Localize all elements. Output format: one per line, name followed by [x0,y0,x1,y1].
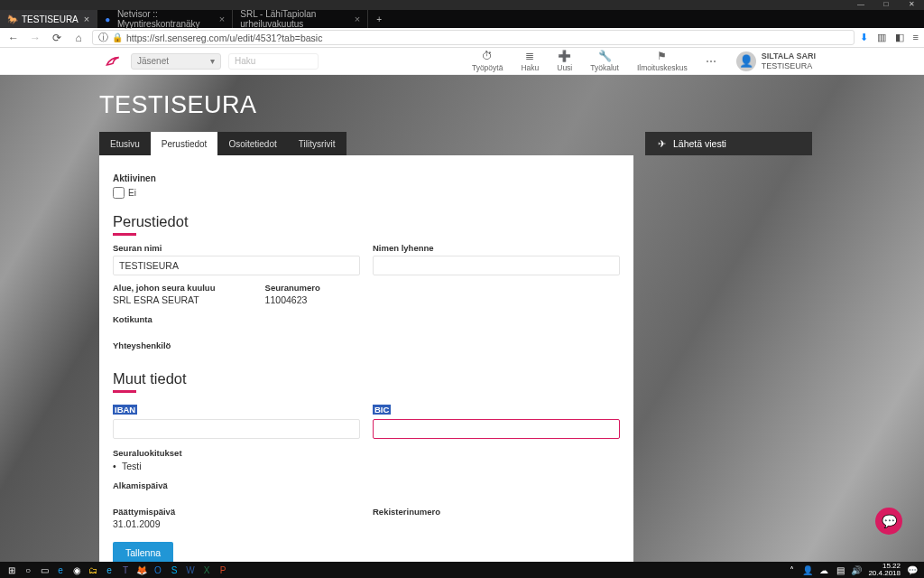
nav-label: Uusi [557,63,572,72]
clubno-label: Seuranumero [265,283,468,293]
contact-label: Yhteyshenkilö [113,340,620,350]
end-date-label: Päättymispäivä [113,507,360,517]
excel-icon[interactable]: X [199,564,215,576]
browser-tab[interactable]: SRL - LähiTapiolan urheiluvakuutus × [233,10,368,28]
page-tabs: Etusivu Perustiedot Osoitetiedot Tilitys… [99,132,346,155]
abbr-input[interactable] [373,256,620,275]
start-date-label: Alkamispäivä [113,480,620,490]
outlook-icon[interactable]: O [150,564,166,576]
action-center-icon[interactable]: 💬 [904,564,920,576]
bic-input[interactable] [373,419,620,439]
taskview-icon[interactable]: ▭ [36,564,52,576]
user-menu[interactable]: 👤 SILTALA SARI TESTISEURA [729,51,816,71]
nav-label: Ilmoituskeskus [637,63,688,72]
club-name-label: Seuran nimi [113,243,360,253]
library-icon[interactable]: ▥ [877,32,886,43]
close-icon[interactable]: × [84,14,89,24]
flag-icon: ⚑ [657,50,667,62]
nav-new[interactable]: ➕Uusi [551,50,578,72]
header-search-input[interactable]: Haku [228,53,319,70]
tray-people-icon[interactable]: 👤 [799,564,816,576]
members-dropdown[interactable]: Jäsenet ▾ [131,53,221,70]
firefox-icon[interactable]: 🦊 [134,564,150,576]
plus-icon: ➕ [558,50,571,62]
nav-tools[interactable]: 🔧Työkalut [585,50,624,72]
region-label: Alue, johon seura kuuluu [113,283,253,293]
tray-volume-icon[interactable]: 🔊 [848,564,864,576]
regno-label: Rekisterinumero [373,507,620,517]
send-message-button[interactable]: ✈ Lähetä viesti [645,132,812,155]
window-close[interactable]: ✕ [899,0,924,10]
form-card: Aktiivinen Ei Perustiedot Seuran nimi Ni… [99,155,633,562]
save-button[interactable]: Tallenna [113,542,173,562]
dots-icon: ⋯ [706,55,716,68]
browser-tab[interactable]: ● Netvisor :: Myyntireskontranäky × [97,10,233,28]
favicon-icon: ● [105,14,112,23]
search-icon[interactable]: ○ [20,564,36,576]
url-input[interactable]: ⓘ 🔒 https://srl.sensereg.com/u/edit/4531… [92,30,855,45]
iban-input[interactable] [113,419,360,439]
tray-up-icon[interactable]: ˄ [783,564,799,576]
send-label: Lähetä viesti [673,138,726,149]
taskbar-clock[interactable]: 15.22 20.4.2018 [864,563,904,577]
abbr-label: Nimen lyhenne [373,243,620,253]
user-org: TESTISEURA [762,61,816,71]
chat-bubble-button[interactable]: 💬 [875,508,902,535]
dashboard-icon: ⏱ [482,50,493,62]
window-maximize[interactable]: □ [873,0,899,10]
close-icon[interactable]: × [355,14,360,24]
wrench-icon: 🔧 [598,50,612,62]
explorer-icon[interactable]: 🗂 [85,564,101,576]
chrome-icon[interactable]: ◉ [69,564,85,576]
paper-plane-icon: ✈ [658,138,666,149]
tab-perustiedot[interactable]: Perustiedot [151,132,218,155]
main-area: TESTISEURA Etusivu Perustiedot Osoitetie… [0,75,924,562]
tab-label: Netvisor :: Myyntireskontranäky [117,9,214,29]
home-button[interactable]: ⌂ [70,30,87,46]
chevron-down-icon: ▾ [210,56,215,66]
nav-notifications[interactable]: ⚑Ilmoituskeskus [632,50,693,72]
forward-button[interactable]: → [27,30,43,46]
dropdown-label: Jäsenet [137,56,169,66]
tab-tilitysrivit[interactable]: Tilitysrivit [288,132,346,155]
menu-icon[interactable]: ≡ [913,32,919,43]
window-minimize[interactable]: — [848,0,873,10]
nav-label: Työkalut [590,63,619,72]
back-button[interactable]: ← [5,30,22,46]
tab-etusivu[interactable]: Etusivu [99,132,151,155]
tray-cloud-icon[interactable]: ☁ [816,564,832,576]
club-name-input[interactable] [113,256,360,275]
edge-icon[interactable]: e [52,564,69,576]
favicon-icon: 🐎 [7,14,16,23]
browser-toolbar: ← → ⟳ ⌂ ⓘ 🔒 https://srl.sensereg.com/u/e… [0,28,924,48]
teams-icon[interactable]: T [117,564,134,576]
nav-more[interactable]: ⋯ [700,55,722,68]
section-basic-heading: Perustiedot [113,213,188,236]
tab-osoitetiedot[interactable]: Osoitetiedot [217,132,287,155]
nav-label: Haku [521,63,539,72]
close-icon[interactable]: × [219,14,225,24]
browser-tab[interactable]: 🐎 TESTISEURA × [0,10,97,28]
download-icon[interactable]: ⬇ [860,32,868,43]
sidebar-icon[interactable]: ◧ [895,32,904,43]
active-checkbox[interactable] [113,187,125,199]
start-button[interactable]: ⊞ [4,564,20,576]
word-icon[interactable]: W [182,564,199,576]
active-label: Aktiivinen [113,173,620,183]
windows-taskbar: ⊞ ○ ▭ e ◉ 🗂 e T 🦊 O S W X P ˄ 👤 ☁ ▤ 🔊 15… [0,562,924,578]
ie-icon[interactable]: e [101,564,117,576]
new-tab-button[interactable]: + [368,10,390,28]
info-icon: ⓘ [98,32,108,44]
iban-label: IBAN [113,405,137,415]
powerpoint-icon[interactable]: P [215,564,231,576]
municipality-label: Kotikunta [113,314,620,324]
chat-icon: 💬 [882,514,897,528]
nav-search[interactable]: ≣Haku [515,50,544,72]
skype-icon[interactable]: S [166,564,182,576]
tray-network-icon[interactable]: ▤ [832,564,848,576]
nav-label: Työpöytä [472,63,504,72]
url-text: https://srl.sensereg.com/u/edit/4531?tab… [126,33,322,43]
nav-dashboard[interactable]: ⏱Työpöytä [467,50,509,72]
reload-button[interactable]: ⟳ [49,30,65,46]
app-logo-icon[interactable] [104,51,124,71]
